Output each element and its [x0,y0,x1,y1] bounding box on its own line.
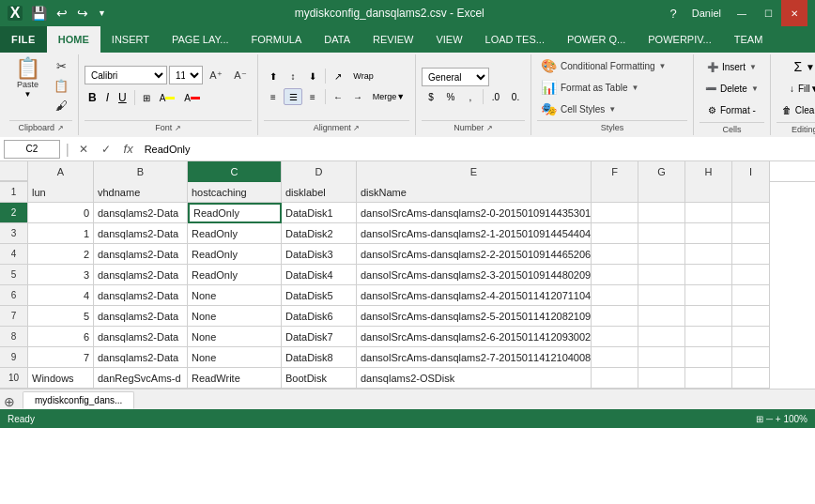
col-header-h[interactable]: H [685,161,732,182]
merge-center-btn[interactable]: Merge▼ [368,88,409,105]
list-item[interactable] [592,306,638,327]
list-item[interactable] [592,203,638,223]
list-item[interactable]: dansqlams2-Data [94,223,188,244]
text-angle-btn[interactable]: ↗ [329,68,347,84]
insert-cells-btn[interactable]: ➕ Insert ▼ [701,56,762,77]
list-item[interactable]: dansqlams2-Data [94,306,188,327]
conditional-formatting-btn[interactable]: 🎨 Conditional Formatting ▼ [537,56,687,75]
align-center-btn[interactable]: ☰ [284,88,302,105]
list-item[interactable] [685,285,732,306]
list-item[interactable] [685,182,732,203]
list-item[interactable]: None [188,285,282,306]
confirm-formula-icon[interactable]: ✓ [98,143,115,156]
bold-button[interactable]: B [85,88,100,107]
list-item[interactable]: DataDisk8 [282,347,357,368]
font-color-button[interactable]: A [180,88,204,107]
list-item[interactable] [685,244,732,265]
col-header-c[interactable]: C [188,161,282,182]
add-sheet-btn[interactable]: ⊕ [4,394,15,409]
list-item[interactable]: dansolSrcAms-dansqlams2-0-20150109144353… [357,203,592,223]
list-item[interactable] [732,327,770,347]
row-header-8[interactable]: 8 [0,327,28,347]
format-as-table-btn[interactable]: 📊 Format as Table ▼ [537,78,687,97]
list-item[interactable]: dansqlams2-Data [94,285,188,306]
row-header-7[interactable]: 7 [0,306,28,327]
list-item[interactable]: DataDisk5 [282,285,357,306]
increase-decimal-btn[interactable]: .0 [486,88,505,105]
list-item[interactable]: disklabel [282,182,357,203]
list-item[interactable]: ReadOnly [188,244,282,265]
list-item[interactable] [638,244,685,265]
list-item[interactable] [638,347,685,368]
autosum-btn[interactable]: Σ ▼ [788,56,815,77]
list-item[interactable]: 5 [28,306,94,327]
list-item[interactable] [592,285,638,306]
list-item[interactable] [592,327,638,347]
list-item[interactable]: dansqlams2-OSDisk [357,368,592,389]
list-item[interactable] [732,285,770,306]
list-item[interactable]: None [188,327,282,347]
row-header-6[interactable]: 6 [0,285,28,306]
percent-btn[interactable]: % [441,88,460,105]
list-item[interactable] [685,203,732,223]
undo-quick-btn[interactable]: ↩ [54,4,70,23]
list-item[interactable]: Windows [28,368,94,389]
row-header-10[interactable]: 10 [0,368,28,389]
tab-team[interactable]: TEAM [723,26,775,53]
list-item[interactable]: dansqlams2-Data [94,203,188,223]
list-item[interactable]: danRegSvcAms-d [94,368,188,389]
close-btn[interactable]: ✕ [781,0,807,26]
list-item[interactable]: diskName [357,182,592,203]
list-item[interactable] [685,306,732,327]
col-header-e[interactable]: E [357,161,592,182]
increase-indent-btn[interactable]: → [348,88,367,105]
align-middle-btn[interactable]: ↕ [284,68,302,84]
currency-btn[interactable]: $ [422,88,440,105]
tab-home[interactable]: HOME [47,26,100,53]
list-item[interactable] [732,223,770,244]
list-item[interactable] [685,223,732,244]
list-item[interactable]: ReadWrite [188,368,282,389]
cell-reference-input[interactable] [4,140,60,159]
align-left-btn[interactable]: ≡ [264,88,283,105]
cancel-formula-icon[interactable]: ✕ [75,143,92,156]
list-item[interactable] [638,306,685,327]
list-item[interactable]: DataDisk4 [282,265,357,285]
list-item[interactable] [638,285,685,306]
list-item[interactable]: dansolSrcAms-dansqlams2-3-20150109144802… [357,265,592,285]
format-cells-btn[interactable]: ⚙ Format - [702,99,761,120]
delete-cells-btn[interactable]: ➖ Delete ▼ [700,78,764,99]
list-item[interactable]: BootDisk [282,368,357,389]
insert-function-icon[interactable]: fx [120,142,137,156]
list-item[interactable]: None [188,306,282,327]
list-item[interactable]: None [188,347,282,368]
list-item[interactable] [638,327,685,347]
list-item[interactable]: DataDisk1 [282,203,357,223]
list-item[interactable] [592,244,638,265]
redo-quick-btn[interactable]: ↪ [74,4,91,23]
list-item[interactable]: dansqlams2-Data [94,327,188,347]
list-item[interactable]: 3 [28,265,94,285]
list-item[interactable]: dansolSrcAms-dansqlams2-4-20150114120711… [357,285,592,306]
tab-data[interactable]: DATA [313,26,361,53]
fill-color-button[interactable]: A [156,88,179,107]
paste-button[interactable]: 📋 Paste ▼ [9,56,46,100]
clear-btn[interactable]: 🗑 Clear▼ [777,99,815,120]
tab-pagelayout[interactable]: PAGE LAY... [161,26,240,53]
list-item[interactable]: dansolSrcAms-dansqlams2-1-20150109144544… [357,223,592,244]
list-item[interactable]: dansqlams2-Data [94,347,188,368]
row-header-2[interactable]: 2 [0,203,28,223]
list-item[interactable] [638,223,685,244]
list-item[interactable] [592,347,638,368]
list-item[interactable] [638,265,685,285]
list-item[interactable] [732,182,770,203]
sheet-tab-1[interactable]: mydiskconfig_dans... [23,391,134,409]
col-header-a[interactable]: A [28,161,94,182]
list-item[interactable] [732,347,770,368]
list-item[interactable] [592,182,638,203]
row-header-3[interactable]: 3 [0,223,28,244]
tab-review[interactable]: REVIEW [361,26,424,53]
comma-btn[interactable]: , [461,88,480,105]
list-item[interactable] [638,368,685,389]
list-item[interactable]: ReadOnly [188,265,282,285]
